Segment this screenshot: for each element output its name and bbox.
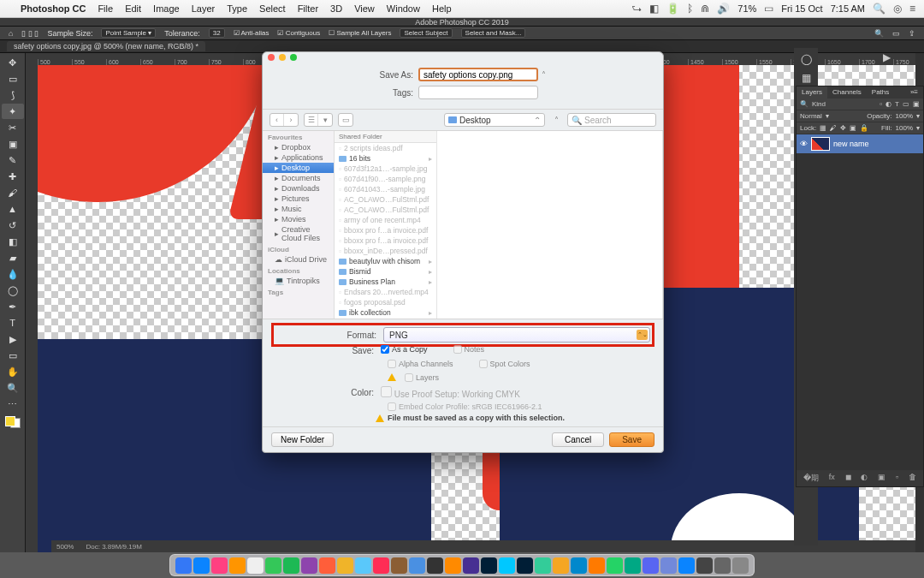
dock-app-icon[interactable] (301, 557, 317, 574)
clone-stamp-tool-icon[interactable]: ▲ (2, 201, 24, 217)
siri-icon[interactable]: ◧ (649, 3, 659, 15)
menu-help[interactable]: Help (432, 3, 452, 14)
swatches-panel-icon[interactable]: ▦ (802, 72, 811, 84)
document-tab[interactable]: safety options copy.jpg @ 500% (new name… (7, 41, 205, 51)
layer-name[interactable]: new name (833, 140, 869, 148)
sidebar-item-desktop[interactable]: ▸ Desktop (263, 163, 334, 173)
select-and-mask-button[interactable]: Select and Mask... (461, 28, 526, 38)
sidebar-item-pictures[interactable]: ▸ Pictures (263, 194, 334, 204)
doc-info[interactable]: Doc: 3.89M/9.19M (86, 543, 141, 551)
file-item[interactable]: ▫607d41f90…-sample.png (335, 174, 436, 184)
format-select[interactable]: PNG ⌃⌄ (383, 327, 650, 343)
dock-app-icon[interactable] (553, 557, 569, 574)
frame-tool-icon[interactable]: ▣ (2, 136, 24, 152)
lock-all-icon[interactable]: 🔒 (860, 124, 868, 132)
dock-app-icon[interactable] (714, 557, 731, 574)
search-icon[interactable]: 🔍 (874, 29, 884, 38)
lock-pixels-icon[interactable]: 🖌 (830, 124, 837, 132)
dock-app-icon[interactable] (373, 557, 389, 574)
menu-file[interactable]: File (98, 3, 113, 14)
dock-app-icon[interactable] (445, 557, 461, 574)
layer-thumbnail[interactable] (811, 137, 830, 151)
delete-layer-icon[interactable]: 🗑 (909, 473, 916, 484)
tab-channels[interactable]: Channels (827, 86, 867, 98)
tab-paths[interactable]: Paths (867, 86, 894, 98)
menubar-time[interactable]: 7:15 AM (831, 3, 865, 14)
spotlight-icon[interactable]: 🔍 (873, 3, 886, 15)
sidebar-item-downloads[interactable]: ▸ Downloads (263, 183, 334, 194)
zoom-tool-icon[interactable]: 🔍 (2, 380, 24, 396)
dodge-tool-icon[interactable]: ◯ (2, 283, 24, 298)
file-item[interactable]: ▫Endsars 20…nverted.mp4 (335, 287, 436, 297)
column-view-icon[interactable]: ☰ (305, 114, 318, 126)
dock-app-icon[interactable] (499, 557, 515, 574)
as-a-copy-checkbox[interactable]: As a Copy (381, 345, 428, 354)
file-item[interactable]: ▫bboxx_inDe…pressed.pdf (335, 246, 436, 256)
group-icon[interactable]: ▣ (878, 473, 886, 484)
dock-app-icon[interactable] (337, 557, 353, 574)
dock-app-icon[interactable] (193, 557, 210, 574)
dock-app-icon[interactable] (463, 557, 479, 574)
file-item[interactable]: ▫bboxx pro f…a invoice.pdf (335, 225, 436, 235)
dock-app-icon[interactable] (517, 557, 533, 574)
save-button[interactable]: Save (609, 432, 654, 447)
dock-app-icon[interactable] (643, 557, 659, 574)
dock-app-icon[interactable] (265, 557, 281, 574)
menu-select[interactable]: Select (259, 3, 286, 14)
select-subject-button[interactable]: Select Subject (400, 28, 452, 38)
expand-save-icon[interactable]: ˄ (538, 70, 548, 80)
lock-trans-icon[interactable]: ▦ (820, 124, 826, 132)
sidebar-item-music[interactable]: ▸ Music (263, 204, 334, 214)
tags-input[interactable] (418, 86, 538, 99)
crop-tool-icon[interactable]: ✂ (2, 120, 24, 135)
healing-brush-tool-icon[interactable]: ✚ (2, 169, 24, 184)
share-icon[interactable]: ⇪ (909, 29, 915, 38)
dock-app-icon[interactable] (571, 557, 587, 574)
zoom-level[interactable]: 500% (56, 543, 74, 551)
workspace-icon[interactable]: ▭ (892, 29, 900, 38)
dock-app-icon[interactable] (409, 557, 425, 574)
adjustment-layer-icon[interactable]: ◐ (861, 473, 868, 484)
dock-app-icon[interactable] (391, 557, 407, 574)
menu-filter[interactable]: Filter (298, 3, 318, 14)
hand-tool-icon[interactable]: ✋ (2, 364, 24, 379)
filename-input[interactable] (418, 68, 538, 81)
zoom-window-icon[interactable] (290, 54, 297, 61)
file-item[interactable]: ▫607d41043…-sample.jpg (335, 184, 436, 194)
menu-view[interactable]: View (354, 3, 375, 14)
visibility-toggle-icon[interactable]: 👁 (800, 140, 808, 148)
menu-layer[interactable]: Layer (192, 3, 216, 14)
nav-back-forward[interactable]: ‹› (270, 113, 299, 127)
panel-menu-icon[interactable]: »≡ (905, 86, 923, 98)
view-mode-toggle[interactable]: ☰▾ (304, 113, 333, 127)
fx-icon[interactable]: fx (829, 473, 835, 484)
dock-app-icon[interactable] (175, 557, 192, 574)
location-popup[interactable]: Desktop⌃ (444, 113, 545, 127)
layer-row[interactable]: 👁 new name (797, 134, 923, 153)
dock-app-icon[interactable] (625, 557, 641, 574)
home-icon[interactable]: ⌂ (9, 29, 13, 38)
blur-tool-icon[interactable]: 💧 (2, 266, 24, 282)
volume-icon[interactable]: 🔊 (717, 3, 730, 15)
group-by-icon[interactable]: ▭ (338, 113, 353, 127)
dock-app-icon[interactable] (607, 557, 623, 574)
file-item[interactable]: ▫IELTS _ Boo…g Wizard.pdf (335, 318, 436, 319)
file-item[interactable]: ▫bboxx pro f…a invoice.pdf (335, 235, 436, 246)
file-item[interactable]: Bismid▸ (335, 266, 436, 277)
play-action-icon[interactable]: ▶ (883, 51, 891, 63)
collapse-nav-icon[interactable]: ˄ (550, 116, 562, 125)
lock-pos-icon[interactable]: ✥ (840, 124, 846, 132)
mask-icon[interactable]: ◼ (845, 473, 851, 484)
dock-app-icon[interactable] (678, 557, 695, 574)
marquee-tool-icon[interactable]: ▭ (2, 71, 24, 86)
sample-all-layers-checkbox[interactable]: ☐ Sample All Layers (329, 29, 391, 37)
dock-app-icon[interactable] (247, 557, 264, 574)
sidebar-item-icloud-drive[interactable]: ☁ iCloud Drive (263, 254, 334, 265)
color-panel-icon[interactable]: ◯ (801, 53, 812, 65)
dock-app-icon[interactable] (427, 557, 443, 574)
file-item[interactable]: beautyluv with chisom▸ (335, 256, 436, 266)
gradient-tool-icon[interactable]: ▰ (2, 250, 24, 265)
file-item[interactable]: ▫2 scripts ideas.pdf (335, 143, 436, 153)
shape-tool-icon[interactable]: ▭ (2, 348, 24, 363)
dock-app-icon[interactable] (229, 557, 246, 574)
